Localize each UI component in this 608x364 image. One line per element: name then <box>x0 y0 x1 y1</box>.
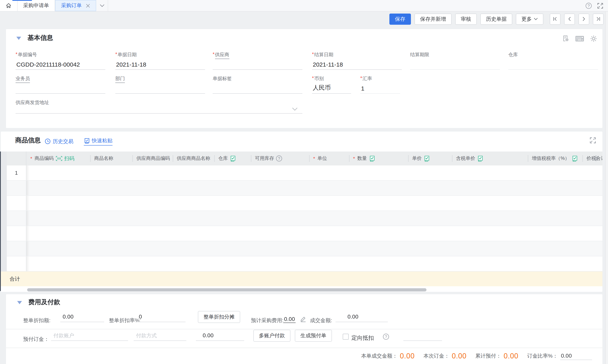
col-label: 增值税税率（%） <box>532 155 569 162</box>
save-button[interactable]: 保存 <box>389 13 411 25</box>
next-record-button[interactable] <box>579 13 589 25</box>
close-tab-button[interactable] <box>86 3 90 8</box>
department-field[interactable]: 部门 <box>115 75 205 94</box>
distribute-discount-button[interactable]: 整单折扣分摊 <box>198 311 240 323</box>
paste-check-icon <box>84 138 90 144</box>
help-icon[interactable]: ? <box>586 3 592 9</box>
basic-info-section: 基本信息 <box>6 29 602 128</box>
table-row[interactable] <box>1 256 602 272</box>
last-record-button[interactable] <box>593 13 604 25</box>
est-cost-value[interactable]: 0.00 <box>283 316 296 323</box>
table-row[interactable] <box>1 211 602 226</box>
batch-edit-icon[interactable] <box>369 155 375 162</box>
more-button[interactable]: 更多 <box>516 13 543 25</box>
col-vat-rate[interactable]: 增值税税率（%） <box>528 152 582 166</box>
first-record-button[interactable] <box>550 13 561 25</box>
col-warehouse[interactable]: 仓库 <box>214 152 251 166</box>
col-product-code[interactable]: * 商品编码 扫码 <box>26 152 90 166</box>
table-left-gutter <box>1 152 7 166</box>
prepay-amount-input[interactable] <box>196 330 244 341</box>
tab-list-dropdown-button[interactable] <box>96 0 108 11</box>
generate-prepay-button[interactable]: 生成预付单 <box>295 330 332 342</box>
tab-purchase-order[interactable]: 采购订单 <box>55 0 96 11</box>
supplier-ship-address-field[interactable]: 供应商发货地址 <box>15 99 302 114</box>
batch-edit-icon[interactable] <box>424 155 430 162</box>
pay-method-input[interactable] <box>134 330 186 341</box>
row-number-header <box>7 152 26 166</box>
tab-purchase-request[interactable]: 采购申请单 <box>18 0 55 11</box>
quick-paste-link[interactable]: 快速粘贴 <box>84 137 112 145</box>
history-trade-link[interactable]: 历史交易 <box>45 138 73 145</box>
prev-record-button[interactable] <box>564 13 575 25</box>
help-icon[interactable]: ? <box>276 156 282 161</box>
scan-barcode-icon[interactable] <box>56 156 62 161</box>
keyboard-icon[interactable] <box>575 35 584 42</box>
summary-label: 累计预付： <box>475 352 501 360</box>
vertical-scrollbar[interactable] <box>605 12 608 364</box>
loading-progress-bar <box>12 0 32 1</box>
col-unit-price[interactable]: 单价 <box>408 152 452 166</box>
multi-account-pay-button[interactable]: 多账户付款 <box>253 330 290 342</box>
collapse-triangle-icon[interactable] <box>17 301 22 304</box>
chevron-down-icon <box>100 4 104 7</box>
discount-rate-label: 整单折扣率%: <box>109 317 141 324</box>
deposit-ratio-input[interactable] <box>560 352 592 360</box>
table-row[interactable] <box>1 181 602 196</box>
supplier-field[interactable]: *供应商 <box>213 52 302 70</box>
col-unit[interactable]: * 单位 <box>309 152 349 166</box>
fullscreen-icon[interactable] <box>597 3 603 9</box>
table-row[interactable] <box>1 226 602 241</box>
save-and-new-button[interactable]: 保存并新增 <box>415 13 452 25</box>
batch-edit-icon[interactable] <box>230 155 236 162</box>
home-button[interactable] <box>0 0 18 11</box>
salesperson-field[interactable]: 业务员 <box>15 75 105 94</box>
table-row[interactable] <box>1 196 602 211</box>
summary-deal-amount: 本单成交金额： 0.00 <box>361 352 415 360</box>
col-product-name[interactable]: 商品名称 <box>90 152 133 166</box>
expand-table-button[interactable] <box>590 137 596 143</box>
scan-label[interactable]: 扫码 <box>64 155 74 162</box>
doc-number-field[interactable]: *单据编号 CGDD-20211118-00042 <box>15 52 105 70</box>
discount-amount-input[interactable] <box>60 312 104 322</box>
settle-date-field[interactable]: *结算日期 2021-11-18 <box>312 52 402 70</box>
history-docs-button[interactable]: 历史单据 <box>480 13 512 25</box>
pay-account-input[interactable] <box>51 330 128 341</box>
doc-tag-field[interactable]: 单据标签 <box>213 75 302 94</box>
extra-input[interactable] <box>403 330 442 341</box>
exchange-rate-field[interactable]: *汇率 1 <box>360 75 400 94</box>
col-quantity[interactable]: * 数量 <box>349 152 408 166</box>
direct-deduct-checkbox[interactable] <box>343 334 349 340</box>
scrollbar-thumb[interactable] <box>27 288 426 291</box>
column-settings-gear-icon[interactable] <box>593 155 599 161</box>
col-supplier-product-code[interactable]: 供应商商品编码 <box>133 152 173 166</box>
table-row[interactable]: 1 <box>1 166 602 181</box>
collapse-triangle-icon[interactable] <box>16 37 21 40</box>
required-mark: * <box>312 52 314 58</box>
row-cells[interactable] <box>26 166 602 181</box>
help-icon[interactable]: ? <box>383 334 389 340</box>
field-label: 单据标签 <box>213 75 232 82</box>
warehouse-field[interactable]: 仓库 <box>508 52 598 70</box>
clock-icon <box>45 138 51 144</box>
col-tax-incl-price[interactable]: 含税单价 <box>452 152 528 166</box>
field-label: 供应商发货地址 <box>15 99 49 106</box>
doc-settings-icon[interactable] <box>562 35 569 42</box>
chevron-down-icon[interactable] <box>292 107 297 111</box>
summary-label: 订金比率%： <box>527 352 558 360</box>
deal-amount-input[interactable] <box>336 312 388 322</box>
audit-button[interactable]: 审核 <box>455 13 477 25</box>
chevron-left-icon <box>568 17 571 21</box>
discount-rate-input[interactable] <box>136 312 186 322</box>
col-available-stock[interactable]: 可用库存 ? <box>251 152 309 166</box>
currency-field[interactable]: *币别 人民币 <box>312 75 351 94</box>
settle-term-field[interactable]: 结算期限 <box>410 52 500 70</box>
batch-edit-icon[interactable] <box>571 155 578 162</box>
table-row[interactable] <box>1 241 602 256</box>
horizontal-scrollbar[interactable] <box>1 288 602 292</box>
col-price-tax-total[interactable]: 价税合计 <box>582 152 602 166</box>
settings-gear-icon[interactable] <box>590 35 597 42</box>
edit-pencil-icon[interactable] <box>300 315 306 322</box>
doc-date-field[interactable]: *单据日期 2021-11-18 <box>115 52 205 70</box>
batch-edit-icon[interactable] <box>477 155 483 162</box>
col-supplier-product-name[interactable]: 供应商商品名称 <box>173 152 214 166</box>
